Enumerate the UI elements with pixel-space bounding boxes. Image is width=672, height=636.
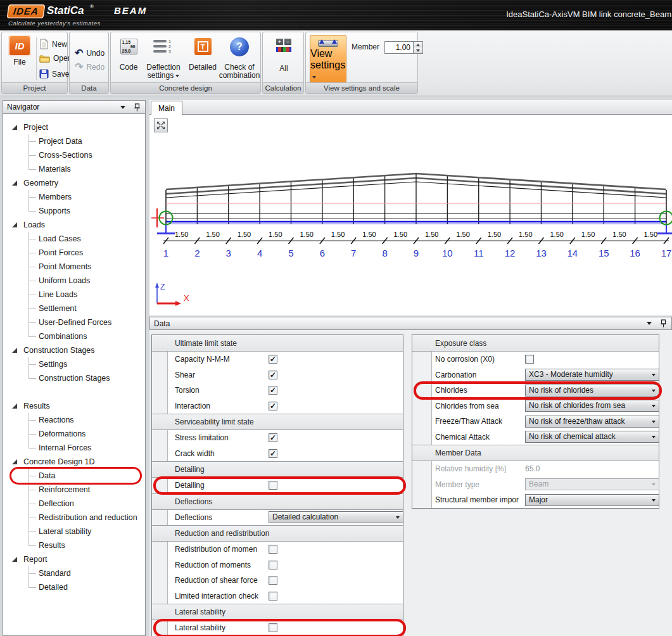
checkbox-torsion[interactable]: ✓: [269, 386, 277, 395]
tree-item-uniform-loads[interactable]: Uniform Loads: [29, 274, 145, 288]
dropdown-deflections[interactable]: Detailed calculation: [269, 511, 403, 523]
checkbox-stress-limitation[interactable]: ✓: [269, 433, 277, 442]
tree-item-detailed[interactable]: Detailed: [29, 580, 145, 594]
tree-item-redistribution-and-reduction[interactable]: Redistribution and reduction: [29, 511, 145, 525]
tree-item-label: Settlement: [39, 304, 77, 313]
panel-dropdown-icon[interactable]: [647, 322, 652, 325]
row-chlorides: ChloridesNo risk of chlorides: [412, 383, 659, 398]
pin-icon[interactable]: [134, 103, 140, 111]
drawing-canvas[interactable]: 1.501.501.501.501.501.501.501.501.501.50…: [149, 115, 672, 315]
tree-item-reinforcement[interactable]: Reinforcement: [29, 483, 145, 497]
tree-item-settlement[interactable]: Settlement: [29, 302, 145, 315]
dropdown-chemical-attack[interactable]: No risk of chemical attack: [525, 431, 659, 443]
open-button[interactable]: Open: [39, 54, 72, 63]
expanded-triangle-icon[interactable]: [12, 181, 17, 186]
checkbox-no-corrosion-x0[interactable]: [525, 355, 534, 364]
row-label: Chemical Attack: [435, 429, 490, 445]
application-window: IDEA StatiCa ® BEAM Calculate yesterday'…: [0, 0, 672, 636]
coordinate-axes-icon: Z X: [155, 283, 189, 306]
expanded-triangle-icon[interactable]: [12, 125, 17, 130]
tree-group-construction-stages[interactable]: Construction Stages: [7, 343, 145, 357]
expanded-triangle-icon[interactable]: [12, 459, 17, 464]
tree-item-results[interactable]: Results: [29, 538, 145, 552]
tree-item-materials[interactable]: Materials: [29, 162, 145, 176]
dropdown-freeze-thaw-attack[interactable]: No risk of freeze/thaw attack: [525, 416, 659, 428]
dropdown-value: No risk of freeze/thaw attack: [529, 417, 624, 426]
dropdown-chlorides[interactable]: No risk of chlorides: [525, 385, 659, 397]
tree-item-load-cases[interactable]: Load Cases: [29, 232, 145, 246]
tree-group-loads[interactable]: Loads: [7, 218, 145, 232]
stepper-down-icon[interactable]: [414, 48, 422, 53]
save-button[interactable]: Save: [39, 69, 69, 79]
tree-item-label: Settings: [39, 360, 67, 369]
tree-item-members[interactable]: Members: [29, 190, 145, 204]
tree-item-supports[interactable]: Supports: [29, 204, 145, 218]
tree-item-deformations[interactable]: Deformations: [29, 427, 145, 441]
view-settings-button[interactable]: View settings: [310, 35, 346, 83]
checkbox-shear[interactable]: ✓: [269, 371, 277, 379]
dropdown-carbonation[interactable]: XC3 - Moderate humidity: [525, 369, 659, 381]
member-scale-input[interactable]: [384, 41, 414, 54]
tree-group-project[interactable]: Project: [7, 120, 145, 134]
checkbox-reduction-of-shear-force[interactable]: [269, 576, 277, 585]
checkbox-limited-interaction-check[interactable]: [269, 592, 277, 601]
undo-button[interactable]: ↶Undo: [75, 49, 105, 58]
tree-item-settings[interactable]: Settings: [29, 357, 145, 371]
tree-item-point-moments[interactable]: Point Moments: [29, 260, 145, 274]
new-button[interactable]: New: [39, 39, 67, 49]
svg-text:1.50: 1.50: [425, 231, 438, 238]
tree-group-results[interactable]: Results: [7, 399, 145, 413]
pin-icon[interactable]: [661, 319, 666, 328]
checkbox-crack-width[interactable]: ✓: [269, 449, 277, 458]
tree-item-combinations[interactable]: Combinations: [29, 329, 145, 343]
member-scale-stepper[interactable]: [414, 41, 423, 54]
tree-item-label: Point Forces: [39, 248, 83, 257]
tree-group-report[interactable]: Report: [7, 552, 145, 566]
tree-item-internal-forces[interactable]: Internal Forces: [29, 441, 145, 455]
svg-text:1.50: 1.50: [362, 231, 376, 238]
tree-item-construction-stages[interactable]: Construction Stages: [29, 371, 145, 385]
zoom-extents-button[interactable]: [154, 118, 168, 132]
checkbox-interaction[interactable]: ✓: [269, 402, 277, 410]
tree-item-deflection[interactable]: Deflection: [29, 497, 145, 511]
stepper-up-icon[interactable]: [414, 42, 422, 48]
deflection-settings-button[interactable]: 1 2 3 Deflection settings: [143, 39, 184, 80]
row-capacity-n-m-m: Capacity N-M-M✓: [152, 352, 403, 367]
design-checks-grid: Ultimate limit stateCapacity N-M-M✓Shear…: [151, 334, 403, 636]
tab-main[interactable]: Main: [151, 101, 182, 115]
detailed-button[interactable]: T Detailed: [187, 38, 219, 72]
tree-item-cross-sections[interactable]: Cross-Sections: [29, 148, 145, 162]
checkbox-capacity-n-m-m[interactable]: ✓: [269, 355, 277, 364]
tree-item-user-defined-forces[interactable]: User-Defined Forces: [29, 315, 145, 329]
expanded-triangle-icon[interactable]: [12, 348, 17, 353]
expanded-triangle-icon[interactable]: [12, 222, 17, 227]
checkbox-reduction-of-moments[interactable]: [269, 561, 277, 569]
tree-item-point-forces[interactable]: Point Forces: [29, 246, 145, 260]
dropdown-chlorides-from-sea[interactable]: No risk of chlorides from sea: [525, 400, 659, 412]
checkbox-lateral-stability[interactable]: [269, 623, 277, 632]
section-header-label: Ultimate limit state: [175, 339, 237, 348]
code-button[interactable]: 1,15 90 25.8 Code: [116, 39, 141, 72]
tree-item-project-data[interactable]: Project Data: [29, 134, 145, 148]
checkbox-detailing[interactable]: [269, 481, 277, 490]
tree-item-lateral-stability[interactable]: Lateral stability: [29, 525, 145, 538]
expanded-triangle-icon[interactable]: [12, 557, 17, 562]
tree-item-line-loads[interactable]: Line Loads: [29, 288, 145, 302]
panel-dropdown-icon[interactable]: [120, 106, 125, 109]
expand-arrows-icon: [156, 121, 165, 130]
tree-group-concrete-design-1d[interactable]: Concrete Design 1D: [7, 455, 145, 469]
calculate-all-button[interactable]: +− All: [275, 39, 293, 73]
tree-group-geometry[interactable]: Geometry: [7, 176, 145, 190]
checkbox-redistribution-of-momen[interactable]: [269, 545, 277, 554]
redo-button[interactable]: ↷Redo: [75, 63, 105, 72]
tree-item-reactions[interactable]: Reactions: [29, 413, 145, 427]
check-of-combination-button[interactable]: ? Check of combination: [219, 37, 260, 80]
detailed-icon: T: [194, 38, 212, 55]
tree-item-label: Project Data: [39, 137, 82, 146]
tree-item-data[interactable]: Data: [29, 469, 145, 483]
file-button[interactable]: ID File: [6, 35, 34, 67]
dropdown-structural-member-impor[interactable]: Major: [525, 494, 659, 506]
deflection-settings-icon: 1 2 3: [153, 39, 174, 55]
expanded-triangle-icon[interactable]: [12, 404, 17, 409]
tree-item-standard[interactable]: Standard: [29, 566, 145, 580]
